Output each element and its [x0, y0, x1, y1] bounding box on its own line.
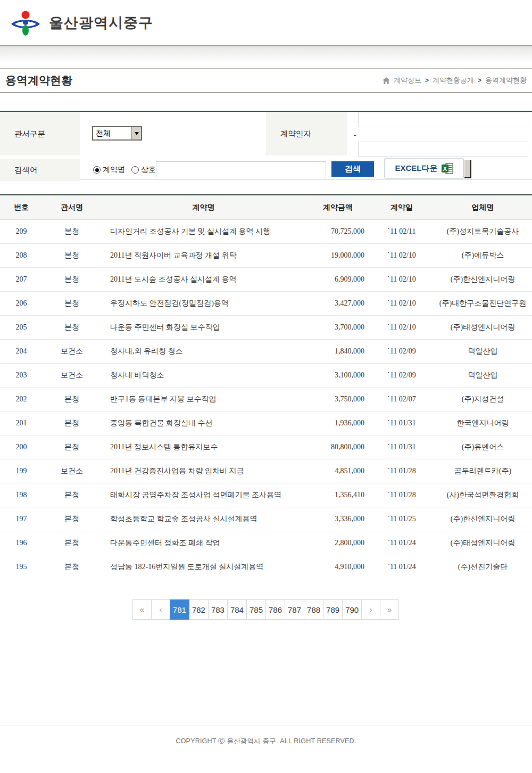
- pagination-page-button[interactable]: 788: [304, 599, 323, 620]
- city-emblem-icon: [6, 8, 44, 37]
- title-bar: 용역계약현황 계약정보 > 계약현황공개 > 용역계약현황: [0, 68, 532, 93]
- pagination-first-button[interactable]: «: [132, 599, 152, 620]
- cell-amount: 3,100,000: [306, 371, 370, 380]
- cell-date: `11 02/07: [370, 395, 434, 404]
- cell-office: 본청: [43, 490, 101, 500]
- pagination-last-button[interactable]: »: [380, 599, 399, 620]
- cell-contract-name: 우정지하도 안전점검(정밀점검)용역: [101, 299, 306, 308]
- cell-company: (주)대한구조물진단연구원: [434, 299, 532, 308]
- search-filter-box: 관서구분 전체 계약일자 - 검색어 계약명 상호명 검색 EXCEL다운 X: [0, 111, 532, 180]
- radio-company-name[interactable]: [131, 166, 139, 174]
- date-to-input[interactable]: [358, 142, 528, 157]
- cell-date: `11 02/09: [370, 347, 434, 356]
- cell-no: 200: [0, 443, 43, 451]
- radio-contract-name-label[interactable]: 계약명: [103, 165, 125, 175]
- cell-no: 202: [0, 395, 43, 404]
- cell-amount: 4,910,000: [306, 563, 370, 571]
- site-header: 울산광역시중구: [0, 0, 532, 45]
- cell-company: (주)성지토목기술공사: [434, 227, 532, 236]
- date-range-separator: -: [351, 131, 359, 139]
- breadcrumb-item-2[interactable]: 계약현황공개: [433, 76, 474, 85]
- cell-contract-name: 다운동 주민센터 화장실 보수작업: [101, 323, 306, 332]
- cell-company: 곰두리렌트카(주): [434, 466, 532, 476]
- cell-date: `11 02/10: [370, 251, 434, 260]
- cell-amount: 3,700,000: [306, 323, 370, 332]
- cell-contract-name: 성남동 182-16번지일원 도로개설 실시설계용역: [101, 562, 306, 572]
- cell-date: `11 02/09: [370, 371, 434, 380]
- table-row: 204 보건소 청사내,외 유리창 청소 1,840,000 `11 02/09…: [0, 340, 532, 364]
- breadcrumb-separator: >: [478, 77, 481, 84]
- breadcrumb-separator: >: [425, 77, 429, 84]
- pagination-page-button[interactable]: 786: [265, 599, 285, 620]
- radio-contract-name[interactable]: [93, 166, 101, 174]
- table-row: 207 본청 2011년 도시숲 조성공사 실시설계 용역 6,909,000 …: [0, 268, 532, 292]
- keyword-input[interactable]: [156, 161, 326, 177]
- cell-company: (주)유벤어스: [434, 442, 532, 452]
- nav-strip: [0, 45, 532, 68]
- cell-contract-name: 2011년 정보시스템 통합유지보수: [101, 442, 306, 452]
- cell-office: 본청: [43, 538, 101, 548]
- col-header-no: 번호: [0, 203, 43, 212]
- site-logo[interactable]: 울산광역시중구: [6, 8, 153, 37]
- table-row: 209 본청 디자인거리 조성공사 기본 및 실시설계 용역 시행 70,725…: [0, 220, 532, 244]
- pagination-page-button[interactable]: 785: [246, 599, 266, 620]
- pagination-next-button[interactable]: ›: [361, 599, 380, 620]
- table-row: 203 보건소 청사내 바닥청소 3,100,000 `11 02/09 덕일산…: [0, 364, 532, 388]
- col-header-company: 업체명: [434, 203, 532, 212]
- cell-date: `11 02/10: [370, 323, 434, 332]
- pagination-page-button[interactable]: 787: [285, 599, 304, 620]
- cell-office: 본청: [43, 275, 101, 284]
- cell-office: 보건소: [43, 347, 101, 356]
- cell-date: `11 02/10: [370, 299, 434, 308]
- cell-amount: 80,800,000: [306, 443, 370, 451]
- cell-no: 199: [0, 467, 43, 475]
- cell-amount: 19,000,000: [306, 251, 370, 260]
- cell-contract-name: 2011년 건강증진사업용 차량 임차비 지급: [101, 466, 306, 476]
- cell-company: (주)태성엔지니어링: [434, 323, 532, 332]
- cell-contract-name: 태화시장 공영주차장 조성사업 석면폐기물 조사용역: [101, 490, 306, 500]
- cell-date: `11 01/25: [370, 515, 434, 523]
- pagination-page-button[interactable]: 784: [227, 599, 247, 620]
- cell-date: `11 01/31: [370, 443, 434, 451]
- col-header-date: 계약일: [370, 203, 434, 212]
- col-header-amount: 계약금액: [306, 203, 370, 212]
- date-from-input[interactable]: [358, 112, 528, 127]
- search-button[interactable]: 검색: [331, 161, 374, 177]
- cell-no: 205: [0, 323, 43, 332]
- office-select[interactable]: 전체: [92, 126, 142, 141]
- contract-table: 번호 관서명 계약명 계약금액 계약일 업체명 209 본청 디자인거리 조성공…: [0, 194, 532, 579]
- table-row: 199 보건소 2011년 건강증진사업용 차량 임차비 지급 4,851,00…: [0, 459, 532, 483]
- page-title: 용역계약현황: [5, 73, 72, 88]
- cell-company: (주)선진기술단: [434, 562, 532, 572]
- cell-company: 덕일산업: [434, 371, 532, 380]
- office-select-value: 전체: [93, 127, 131, 139]
- breadcrumb: 계약정보 > 계약현황공개 > 용역계약현황: [383, 76, 527, 85]
- site-name: 울산광역시중구: [49, 13, 153, 32]
- site-footer: COPYRIGHT ⓒ 울산광역시 중구. ALL RIGHT RESERVED…: [0, 726, 532, 773]
- breadcrumb-item-1[interactable]: 계약정보: [394, 76, 421, 85]
- table-row: 202 본청 반구1동 동대본부 지붕 보수작업 3,750,000 `11 0…: [0, 388, 532, 412]
- pagination-prev-button[interactable]: ‹: [151, 599, 170, 620]
- table-row: 208 본청 2011년 직원사이버 교육과정 개설 위탁 19,000,000…: [0, 244, 532, 268]
- excel-download-button[interactable]: EXCEL다운 X: [385, 159, 463, 178]
- pagination-page-button[interactable]: 789: [323, 599, 343, 620]
- cell-contract-name: 반구1동 동대본부 지붕 보수작업: [101, 394, 306, 404]
- cell-amount: 3,427,000: [306, 299, 370, 308]
- keyword-filter-label: 검색어: [0, 159, 80, 181]
- cell-no: 203: [0, 371, 43, 380]
- cell-office: 본청: [43, 562, 101, 572]
- table-row: 201 본청 중앙동 복합건물 화장실내 수선 1,936,000 `11 01…: [0, 412, 532, 435]
- col-header-contract-name: 계약명: [101, 203, 306, 212]
- pagination-page-button[interactable]: 782: [189, 599, 209, 620]
- dropdown-arrow-icon[interactable]: [131, 127, 141, 139]
- pagination: « ‹ 781 782 783 784 785 786 787 788 789 …: [0, 599, 532, 620]
- pagination-page-button[interactable]: 783: [208, 599, 228, 620]
- cell-office: 본청: [43, 299, 101, 308]
- cell-no: 201: [0, 419, 43, 427]
- pagination-page-button[interactable]: 781: [170, 599, 189, 620]
- cell-amount: 70,725,000: [306, 227, 370, 236]
- breadcrumb-item-current[interactable]: 용역계약현황: [485, 76, 527, 85]
- excel-icon: X: [442, 163, 453, 174]
- cell-company: (주)지성건설: [434, 394, 532, 404]
- pagination-page-button[interactable]: 790: [342, 599, 362, 620]
